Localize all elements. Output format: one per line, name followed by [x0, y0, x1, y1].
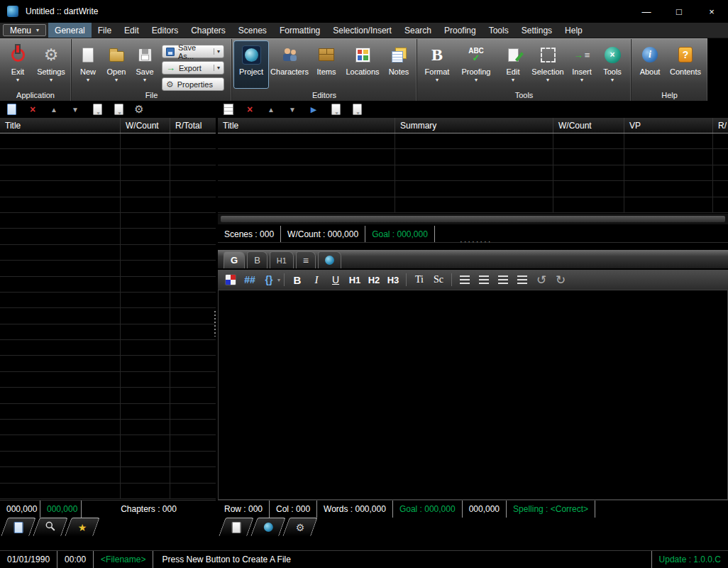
tab-chapter-list[interactable]	[1, 518, 35, 536]
table-row[interactable]	[0, 293, 216, 308]
selection-button[interactable]: Selection ▾	[529, 41, 567, 88]
tab-search[interactable]	[33, 518, 67, 536]
tab-bold[interactable]: B	[247, 251, 268, 268]
table-row[interactable]	[0, 213, 216, 229]
table-row[interactable]	[0, 197, 216, 213]
chapter-import-button[interactable]: ▾	[91, 102, 102, 116]
column-header-wcount[interactable]: W/Count	[121, 118, 170, 133]
tab-document[interactable]	[219, 518, 253, 536]
menu-item-general[interactable]: General	[48, 23, 92, 38]
column-header-rtotal[interactable]: R/Total	[170, 118, 216, 133]
table-row[interactable]	[0, 324, 216, 340]
menu-item-search[interactable]: Search	[398, 23, 438, 38]
table-row[interactable]	[0, 484, 216, 499]
insert-button[interactable]: →≡ Insert ▾	[567, 41, 597, 88]
menu-item-chapters[interactable]: Chapters	[184, 23, 232, 38]
hash-markup-button[interactable]: ##	[243, 272, 256, 288]
export-button[interactable]: → Export ▾	[162, 61, 224, 75]
menu-button[interactable]: Menu ▾	[3, 24, 46, 36]
align-center-button[interactable]	[478, 272, 490, 288]
table-row[interactable]	[218, 181, 728, 197]
table-row[interactable]	[0, 277, 216, 293]
column-header-summary[interactable]: Summary	[395, 118, 553, 133]
column-header-wcount[interactable]: W/Count	[553, 118, 624, 133]
vertical-splitter-handle[interactable]	[214, 311, 216, 337]
column-header-title[interactable]: Title	[0, 118, 121, 133]
tab-globe[interactable]	[318, 251, 341, 268]
move-chapter-down-button[interactable]: ▼	[70, 102, 81, 116]
horizontal-scrollbar[interactable]	[218, 214, 728, 224]
column-header-title[interactable]: Title	[218, 118, 395, 133]
table-row[interactable]	[0, 245, 216, 261]
align-left-button[interactable]	[458, 272, 471, 288]
align-justify-button[interactable]	[516, 272, 529, 288]
heading2-button[interactable]: H2	[368, 272, 380, 288]
table-row[interactable]	[0, 420, 216, 435]
table-row[interactable]	[218, 133, 728, 149]
minimize-button[interactable]: —	[630, 0, 663, 23]
proofing-button[interactable]: ABC✓ Proofing ▾	[455, 41, 497, 88]
table-row[interactable]	[0, 261, 216, 276]
table-row[interactable]	[218, 165, 728, 181]
table-row[interactable]	[0, 435, 216, 451]
characters-button[interactable]: Characters	[268, 41, 311, 88]
add-chapter-button[interactable]	[6, 102, 17, 116]
project-button[interactable]: Project	[234, 41, 268, 88]
save-button[interactable]: Save ▾	[131, 41, 159, 88]
contents-button[interactable]: ? Contents	[666, 41, 705, 88]
column-header-r[interactable]: R/	[713, 118, 728, 133]
move-chapter-up-button[interactable]: ▲	[48, 102, 60, 116]
notes-button[interactable]: Notes	[383, 41, 414, 88]
heading1-button[interactable]: H1	[348, 272, 361, 288]
chapter-export-button[interactable]: ▾	[112, 102, 123, 116]
maximize-button[interactable]: □	[663, 0, 695, 23]
delete-chapter-button[interactable]: ×	[27, 102, 38, 116]
braces-markup-button[interactable]: {}	[263, 272, 275, 288]
menu-item-edit[interactable]: Edit	[118, 23, 145, 38]
text-editor[interactable]	[218, 290, 728, 500]
table-row[interactable]	[0, 308, 216, 324]
table-row[interactable]	[0, 356, 216, 371]
table-row[interactable]	[218, 197, 728, 213]
table-row[interactable]	[0, 404, 216, 420]
tab-web[interactable]	[250, 518, 285, 536]
format-button[interactable]: B Format ▾	[419, 41, 455, 88]
menu-item-editors[interactable]: Editors	[145, 23, 184, 38]
table-row[interactable]	[0, 372, 216, 388]
open-scene-button[interactable]: ▶	[308, 102, 319, 116]
tab-lines[interactable]: ≡	[296, 251, 316, 268]
exit-button[interactable]: Exit ▾	[2, 41, 33, 88]
tools-button[interactable]: × Tools ▾	[597, 41, 628, 88]
add-scene-button[interactable]	[223, 102, 234, 116]
chapter-settings-button[interactable]: ⚙	[133, 102, 145, 116]
menu-item-help[interactable]: Help	[558, 23, 589, 38]
move-scene-up-button[interactable]: ▲	[265, 102, 277, 116]
about-button[interactable]: i About	[634, 41, 666, 88]
scene-export-button[interactable]: ▾	[351, 102, 362, 116]
table-row[interactable]	[0, 149, 216, 165]
open-button[interactable]: Open ▾	[102, 41, 131, 88]
undo-button[interactable]: ↺	[535, 272, 548, 288]
redo-button[interactable]: ↻	[554, 272, 567, 288]
scene-style-button[interactable]: Sc	[432, 272, 445, 288]
new-button[interactable]: New ▾	[74, 41, 102, 88]
horizontal-splitter-handle[interactable]: ········	[460, 239, 492, 244]
special-characters-button[interactable]	[224, 272, 237, 288]
edit-button[interactable]: Edit ▾	[497, 41, 529, 88]
table-row[interactable]	[0, 388, 216, 403]
menu-item-settings[interactable]: Settings	[515, 23, 558, 38]
align-right-button[interactable]	[497, 272, 509, 288]
table-row[interactable]	[0, 165, 216, 181]
title-style-button[interactable]: Ti	[413, 272, 426, 288]
move-scene-down-button[interactable]: ▼	[287, 102, 298, 116]
save-as-button[interactable]: Save As... ▾	[162, 45, 224, 58]
tab-heading[interactable]: H1	[270, 251, 294, 268]
properties-button[interactable]: ⚙ Properties	[162, 77, 224, 91]
italic-button[interactable]: I	[310, 272, 323, 288]
table-row[interactable]	[218, 149, 728, 165]
scene-import-button[interactable]: ▾	[329, 102, 341, 116]
table-row[interactable]	[0, 340, 216, 356]
underline-button[interactable]: U	[329, 272, 342, 288]
column-header-vp[interactable]: VP	[624, 118, 713, 133]
table-row[interactable]	[0, 229, 216, 244]
